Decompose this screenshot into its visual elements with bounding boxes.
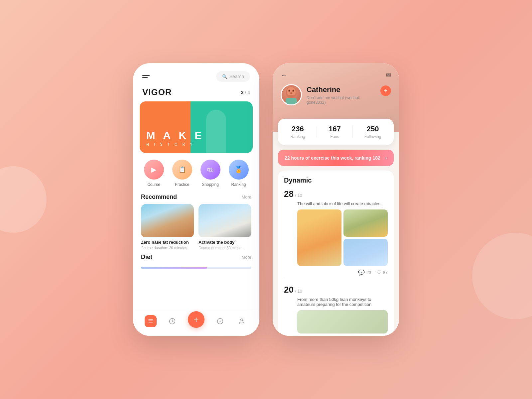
post-0-score: 28 [284,189,294,199]
course-icon: ▶ [151,166,156,174]
nav-compass[interactable] [214,315,226,327]
add-friend-button[interactable]: + [380,85,391,96]
search-label: Search [229,74,244,79]
category-ranking[interactable]: 🏅 Ranking [229,160,249,187]
recommend-title: Recommend [141,194,177,200]
mail-button[interactable]: ✉ [386,71,391,79]
nav-add-button[interactable]: + [188,311,204,328]
avatar [281,84,302,105]
recommend-more[interactable]: More [241,195,251,200]
search-icon: 🔍 [222,74,227,79]
stat-divider-1 [317,126,317,138]
rec-card-1-sub: Course duration: 30 minut... [199,246,251,250]
category-shopping[interactable]: 🛍 Shopping [200,160,220,187]
practice-label: Practice [175,182,189,187]
hero-banner[interactable]: M A K E H I S T O R Y [140,101,253,153]
shopping-icon-circle: 🛍 [200,160,220,180]
diet-header: Diet More [133,250,259,264]
nav-profile[interactable] [236,315,248,327]
diet-title: Diet [141,254,152,261]
exercise-text: 22 hours of exercise this week, ranking … [285,155,380,161]
hero-figure [200,105,233,153]
page-indicator: 2 / 4 [241,90,250,95]
stat-ranking-value: 236 [290,125,305,133]
phone-left: 🔍 Search VIGOR 2 / 4 M A K E H I S T O R… [133,63,259,336]
post-img-jump [343,239,388,266]
bg-blob-right [472,233,532,319]
rec-card-1-image [199,204,251,237]
page-total: 4 [247,90,250,95]
post-0-text: The will and labor of life will create m… [297,201,388,206]
dynamic-title: Dynamic [284,177,388,184]
img-runner [343,209,388,237]
comment-icon: 💬 [358,269,365,276]
diet-progress-fill [141,267,207,269]
stats-card: 236 Ranking 167 Fans 250 Following [278,119,394,145]
hamburger-line-1 [142,75,150,76]
stat-following: 250 Following [364,125,381,139]
post-0-actions: 💬 23 ♡ 87 [284,269,388,279]
comment-action[interactable]: 💬 23 [358,269,371,276]
profile-info: Catherine Don't add me wechat (wechat: g… [307,84,376,105]
nav-bolt[interactable] [166,315,178,327]
practice-icon: 📋 [179,166,186,173]
category-course[interactable]: ▶ Course [144,160,164,187]
comment-count: 23 [366,270,371,275]
avatar-svg [283,85,300,104]
right-phone-content: ← ✉ [273,63,399,336]
post-0-images [297,209,388,266]
rec-card-0-title: Zero base fat reduction [141,240,194,245]
activate-img [199,204,251,237]
profile-name: Catherine [307,85,376,94]
app-title: VIGOR [142,87,172,97]
nav-home[interactable]: ☰ [145,315,157,327]
stat-divider-2 [352,126,353,138]
left-phone-content: 🔍 Search VIGOR 2 / 4 M A K E H I S T O R… [133,63,259,336]
shopping-icon: 🛍 [207,166,214,174]
avatar-image [282,85,301,104]
hamburger-line-2 [142,77,148,78]
dynamic-section: Dynamic 28 / 10 The will and labor of li… [278,171,394,336]
stat-ranking-label: Ranking [290,134,305,139]
post-0-denom: / 10 [295,193,302,198]
back-button[interactable]: ← [281,71,287,79]
bg-blob-left [0,166,47,233]
home-icon: ☰ [148,318,153,325]
ranking-icon-circle: 🏅 [229,160,249,180]
search-bar[interactable]: 🔍 Search [216,71,250,82]
rec-card-1[interactable]: Activate the body Course duration: 30 mi… [199,204,251,250]
exercise-arrow: › [385,154,387,161]
svg-point-3 [241,319,243,321]
course-icon-circle: ▶ [144,160,164,180]
stat-fans: 167 Fans [329,125,341,139]
stat-fans-label: Fans [329,134,341,139]
profile-icon [238,318,245,325]
post-1-score-row: 20 / 10 [284,285,388,295]
like-action[interactable]: ♡ 87 [377,269,388,276]
categories: ▶ Course 📋 Practice 🛍 Shopping [133,153,259,190]
img-jump [343,239,388,266]
rec-card-0-image [141,204,194,237]
svg-point-10 [290,92,293,94]
phones-container: 🔍 Search VIGOR 2 / 4 M A K E H I S T O R… [133,63,399,336]
bolt-icon [169,318,176,325]
rec-card-1-title: Activate the body [199,240,251,245]
ranking-label: Ranking [231,182,246,187]
category-practice[interactable]: 📋 Practice [172,160,192,187]
fat-reduction-img [141,204,194,237]
rec-card-0[interactable]: Zero base fat reduction Course duration:… [141,204,194,250]
exercise-banner[interactable]: 22 hours of exercise this week, ranking … [278,150,394,166]
svg-point-2 [220,321,220,322]
profile-section: Catherine Don't add me wechat (wechat: g… [281,84,391,105]
post-1-image [297,310,388,333]
shopping-label: Shopping [202,182,219,187]
bottom-nav: ☰ + [133,309,259,336]
course-label: Course [147,182,160,187]
menu-button[interactable] [142,75,150,78]
diet-more[interactable]: More [241,255,251,260]
plus-icon: + [194,315,199,325]
img-girl-laugh [297,209,341,266]
post-0-score-row: 28 / 10 [284,189,388,199]
diet-progress-bar [141,267,251,269]
right-top-nav: ← ✉ [281,71,391,79]
